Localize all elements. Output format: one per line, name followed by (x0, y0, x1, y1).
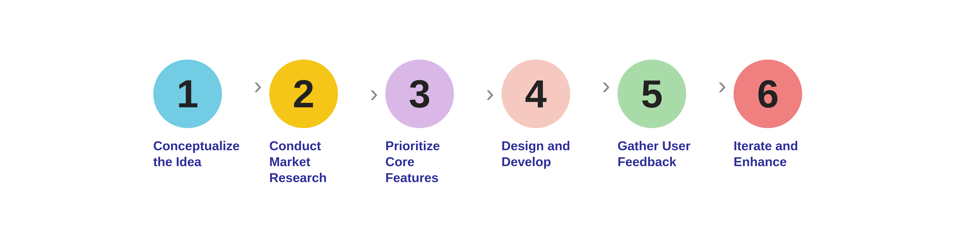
step-label-1: Conceptualize the Idea (153, 138, 237, 170)
step-circle-3: 3 (385, 60, 454, 128)
step-label-3: Prioritize Core Features (385, 138, 469, 186)
step-label-6: Iterate and Enhance (733, 138, 817, 170)
step-circle-6: 6 (733, 60, 802, 128)
step-wrapper-1: 1Conceptualize the Idea› (153, 60, 269, 170)
step-number-3: 3 (409, 74, 431, 114)
step-wrapper-2: 2Conduct Market Research› (269, 60, 385, 186)
step-number-5: 5 (641, 74, 663, 114)
step-1: 1Conceptualize the Idea (153, 60, 247, 170)
step-circle-5: 5 (617, 60, 686, 128)
step-6: 6Iterate and Enhance (733, 60, 827, 170)
step-2: 2Conduct Market Research (269, 60, 363, 186)
step-wrapper-6: 6Iterate and Enhance (733, 60, 827, 170)
chevron-3: › (486, 81, 494, 105)
step-3: 3Prioritize Core Features (385, 60, 479, 186)
step-number-2: 2 (293, 74, 315, 114)
step-5: 5Gather User Feedback (617, 60, 711, 170)
step-circle-2: 2 (269, 60, 338, 128)
step-number-6: 6 (757, 74, 779, 114)
step-label-4: Design and Develop (501, 138, 585, 170)
step-label-5: Gather User Feedback (617, 138, 701, 170)
process-flow: 1Conceptualize the Idea›2Conduct Market … (134, 50, 846, 196)
step-4: 4Design and Develop (501, 60, 595, 170)
step-wrapper-5: 5Gather User Feedback› (617, 60, 733, 170)
chevron-1: › (254, 73, 262, 98)
step-number-1: 1 (177, 74, 199, 114)
chevron-2: › (370, 81, 378, 105)
chevron-4: › (602, 73, 610, 98)
step-circle-1: 1 (153, 60, 222, 128)
step-number-4: 4 (525, 74, 547, 114)
step-wrapper-3: 3Prioritize Core Features› (385, 60, 501, 186)
step-wrapper-4: 4Design and Develop› (501, 60, 617, 170)
step-label-2: Conduct Market Research (269, 138, 353, 186)
chevron-5: › (718, 73, 726, 98)
step-circle-4: 4 (501, 60, 570, 128)
